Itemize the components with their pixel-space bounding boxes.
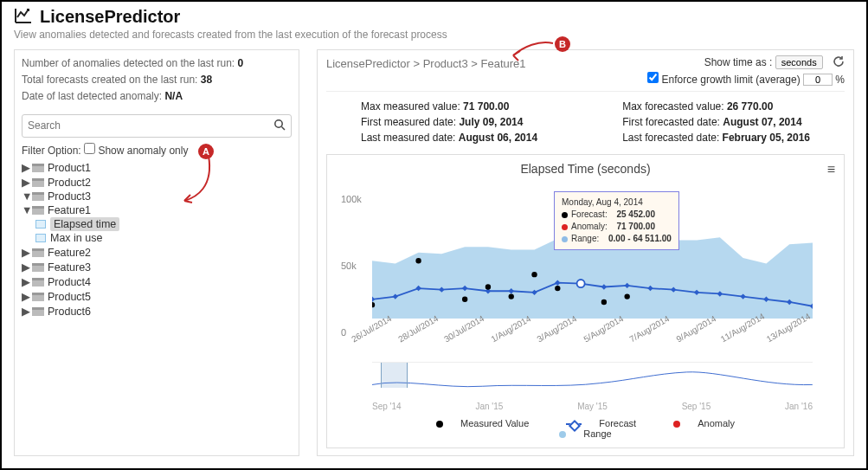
chart-title: Elapsed Time (seconds): [338, 162, 833, 176]
last-forecast-value: February 05, 2016: [723, 132, 810, 144]
folder-icon: [32, 293, 44, 301]
toggle-icon[interactable]: ▶: [22, 305, 30, 318]
legend-anomaly: Anomaly: [698, 418, 735, 428]
chart-container: Elapsed Time (seconds) ≡ 100k 50k 0 Mond…: [326, 154, 845, 448]
max-measured-label: Max measured value:: [361, 100, 460, 113]
summary-forecasts-value: 38: [201, 74, 212, 86]
right-panel: LicensePredictor > Product3 > Feature1 S…: [317, 49, 854, 456]
ov-label: Sep '14: [372, 402, 402, 411]
tooltip-anomaly-label: Anomaly:: [571, 221, 608, 233]
legend-dot-icon: [673, 421, 680, 428]
tooltip-forecast-value: 25 452.00: [616, 209, 655, 221]
toggle-icon[interactable]: ▼: [22, 190, 30, 203]
search-input[interactable]: [28, 119, 273, 132]
ov-label: Jan '15: [475, 402, 503, 411]
main-chart[interactable]: 100k 50k 0 Monday, Aug 4, 2014 Forecast:…: [372, 181, 813, 332]
filter-checkbox-label: Show anomaly only: [98, 145, 188, 157]
tree-item-max-in-use[interactable]: Max in use: [50, 232, 102, 244]
show-time-label: Show time as :: [704, 56, 773, 68]
tree-item-elapsed-time[interactable]: Elapsed time: [50, 217, 119, 231]
toggle-icon[interactable]: ▶: [22, 161, 30, 174]
search-icon[interactable]: [273, 119, 286, 133]
toggle-icon[interactable]: ▶: [22, 275, 30, 288]
chart-menu-icon[interactable]: ≡: [827, 162, 835, 177]
toggle-icon[interactable]: ▶: [22, 290, 30, 303]
callout-b: B: [555, 36, 570, 52]
callout-a: A: [198, 144, 214, 159]
first-measured-label: First measured date:: [361, 116, 456, 128]
overview-brush[interactable]: [381, 363, 408, 388]
toggle-icon[interactable]: ▶: [22, 261, 30, 274]
ytick-100k: 100k: [341, 194, 362, 204]
first-measured-value: July 09, 2014: [459, 116, 523, 128]
last-forecast-label: Last forecasted date:: [622, 132, 719, 144]
toggle-icon[interactable]: ▶: [22, 176, 30, 189]
chart-icon: [14, 7, 33, 27]
tooltip-anomaly-value: 71 700.00: [616, 221, 655, 233]
folder-icon: [32, 263, 44, 272]
tree-item-feature1[interactable]: Feature1: [48, 204, 91, 216]
tree-item-product5[interactable]: Product5: [48, 291, 91, 303]
show-time-button[interactable]: seconds: [775, 55, 823, 69]
max-measured-value: 71 700.00: [463, 100, 509, 113]
folder-icon: [32, 278, 44, 287]
legend-dot-icon: [436, 421, 443, 428]
summary-forecasts-label: Total forecasts created on the last run:: [22, 74, 197, 86]
filter-label: Filter Option:: [22, 145, 81, 157]
svg-point-25: [462, 297, 467, 302]
last-measured-label: Last measured date:: [361, 132, 455, 144]
tree-item-feature2[interactable]: Feature2: [48, 247, 91, 259]
refresh-icon[interactable]: [833, 55, 845, 70]
svg-point-27: [509, 294, 514, 299]
tree-item-product3[interactable]: Product3: [48, 190, 91, 203]
max-forecast-value: 26 770.00: [727, 100, 773, 113]
svg-point-26: [485, 285, 491, 290]
page-title: LicensePredictor: [40, 7, 180, 27]
arrow-a: [179, 152, 228, 209]
summary-last-anomaly-label: Date of last detected anomaly:: [22, 90, 162, 102]
dot-icon: [562, 236, 568, 242]
toggle-icon[interactable]: ▼: [22, 204, 30, 216]
grid-icon: [35, 220, 46, 229]
summary-anomalies-value: 0: [237, 57, 243, 69]
overview-chart[interactable]: [372, 362, 813, 396]
ov-label: May '15: [577, 402, 608, 411]
dot-icon: [562, 224, 568, 230]
enforce-growth-label: Enforce growth limit (average): [662, 74, 800, 86]
enforce-growth-checkbox[interactable]: [647, 72, 659, 83]
folder-icon: [32, 178, 44, 187]
svg-point-28: [531, 272, 537, 277]
tooltip-range-value: 0.00 - 64 511.00: [608, 233, 672, 245]
summary-anomalies-label: Number of anomalies detected on the last…: [22, 57, 235, 69]
toggle-icon[interactable]: ▶: [22, 246, 30, 259]
grid-icon: [35, 234, 46, 242]
max-forecast-label: Max forecasted value:: [622, 100, 723, 113]
legend-forecast: Forecast: [599, 418, 636, 428]
ytick-50k: 50k: [341, 261, 357, 271]
legend-measured: Measured Value: [460, 418, 529, 428]
arrow-b: [508, 38, 560, 64]
legend-dot-icon: [559, 431, 566, 438]
tree-item-feature3[interactable]: Feature3: [48, 261, 91, 274]
tree-item-product6[interactable]: Product6: [48, 306, 91, 318]
tree-item-product1[interactable]: Product1: [48, 162, 91, 174]
last-measured-value: August 06, 2014: [459, 132, 537, 144]
left-panel: Number of anomalies detected on the last…: [14, 49, 299, 456]
folder-icon: [32, 206, 44, 215]
ytick-0: 0: [341, 327, 346, 338]
growth-limit-input[interactable]: [803, 74, 833, 86]
breadcrumb: LicensePredictor > Product3 > Feature1: [326, 55, 526, 70]
svg-line-1: [282, 126, 286, 130]
tree-item-product2[interactable]: Product2: [48, 177, 91, 189]
legend-line-icon: [566, 423, 582, 425]
folder-icon: [32, 248, 44, 257]
summary-last-anomaly-value: N/A: [164, 90, 183, 102]
folder-icon: [32, 307, 44, 316]
tree-item-product4[interactable]: Product4: [48, 276, 91, 288]
svg-point-22: [577, 280, 585, 287]
show-anomaly-only-checkbox[interactable]: [84, 143, 95, 154]
chart-tooltip: Monday, Aug 4, 2014 Forecast: 25 452.00 …: [554, 191, 679, 250]
folder-icon: [32, 192, 44, 201]
svg-point-30: [601, 299, 607, 305]
product-tree: ▶Product1 ▶Product2 ▼Product3 ▼Feature1 …: [22, 160, 292, 319]
